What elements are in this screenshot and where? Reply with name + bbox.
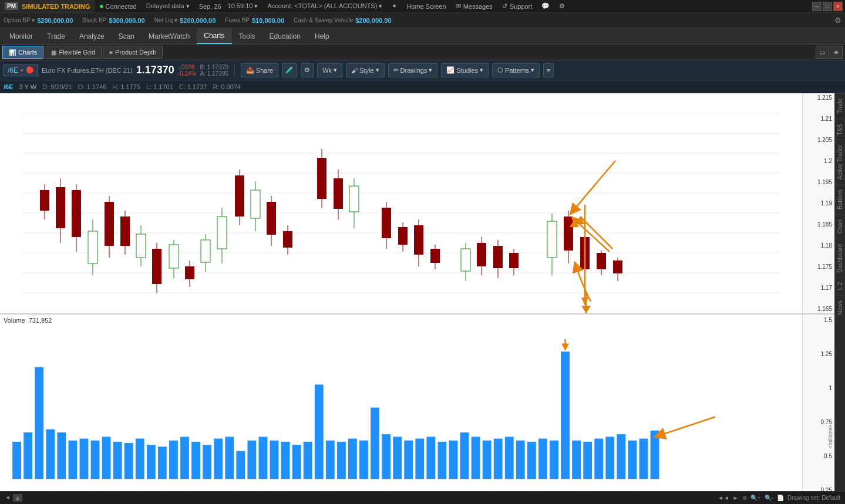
home-screen-btn[interactable]: Home Screen xyxy=(406,3,446,10)
chart-area[interactable]: 1.215 1.21 1.205 1.2 1.195 1.19 1.185 1.… xyxy=(0,93,834,504)
svg-rect-121 xyxy=(393,437,402,479)
svg-rect-143 xyxy=(639,439,648,479)
volume-header: Volume 731,952 xyxy=(4,317,52,324)
messages-btn[interactable]: ✉ Messages xyxy=(456,2,493,10)
stock-bp[interactable]: Stock BP $300,000.00 xyxy=(82,17,144,24)
timeframe-btn[interactable]: Wk ▾ xyxy=(317,63,342,77)
net-liq[interactable]: Net Liq ▾ $200,000.00 xyxy=(154,17,216,24)
account-gear-icon[interactable]: ⚙ xyxy=(834,16,841,25)
scroll-left-icon[interactable]: ◄ xyxy=(5,494,11,502)
svg-rect-21 xyxy=(120,217,130,246)
studies-btn[interactable]: 📈 Studies ▾ xyxy=(441,63,489,77)
nav-item-marketwatch[interactable]: MarketWatch xyxy=(142,28,197,44)
settings-btn[interactable]: ⚙ xyxy=(301,63,314,77)
product-depth-btn[interactable]: ≡ Product Depth xyxy=(103,46,163,59)
settings-icon[interactable]: ⚙ xyxy=(559,2,565,10)
svg-rect-92 xyxy=(68,441,77,479)
sidebar-tab-ts[interactable]: T&S xyxy=(835,119,845,140)
menu-icon-btn[interactable]: ≡ xyxy=(830,46,843,59)
sidebar-tab-buttons[interactable]: Buttons xyxy=(835,184,845,214)
nav-item-help[interactable]: Help xyxy=(308,28,336,44)
nav-item-analyze[interactable]: Analyze xyxy=(72,28,112,44)
sidebar-tab-l2[interactable]: L 2 xyxy=(835,277,845,295)
svg-rect-123 xyxy=(415,439,424,479)
svg-rect-122 xyxy=(404,441,413,479)
star-icon: ✦ xyxy=(392,2,397,10)
option-bp[interactable]: Option BP ▾ $200,000.00 xyxy=(4,17,73,24)
bottom-nav-arrows[interactable]: ◄ ▲ xyxy=(5,494,22,502)
expand-icon[interactable]: ▲ xyxy=(13,494,22,502)
account-selector[interactable]: Account: <TOTAL> (ALL ACCOUNTS) ▾ xyxy=(267,2,382,10)
title-bar-left: PM SIMULATED TRADING xyxy=(0,0,95,12)
layout-square-btn[interactable]: ▭ xyxy=(816,46,829,59)
nav-item-trade[interactable]: Trade xyxy=(40,28,72,44)
price-chart-canvas[interactable] xyxy=(0,93,802,313)
price-level-1165: 1.165 xyxy=(805,306,832,312)
sidebar-tab-trade[interactable]: Trade xyxy=(835,93,845,119)
vol-level-15: 1.5 xyxy=(805,317,832,323)
forex-bp[interactable]: Forex BP $10,000.00 xyxy=(225,17,284,24)
symbol-dropdown-icon: ▾ xyxy=(21,67,23,73)
delayed-data[interactable]: Delayed data ▾ xyxy=(146,2,190,10)
svg-rect-138 xyxy=(583,442,592,479)
style-btn[interactable]: 🖌 Style ▾ xyxy=(346,63,384,77)
flexible-grid-btn[interactable]: ▦ Flexible Grid xyxy=(45,46,102,59)
svg-rect-136 xyxy=(561,351,570,479)
nav-item-education[interactable]: Education xyxy=(262,28,308,44)
maximize-btn[interactable]: □ xyxy=(823,2,832,11)
chat-icon[interactable]: 💬 xyxy=(541,2,550,10)
price-level-119: 1.19 xyxy=(805,200,832,207)
cash-sweep[interactable]: Cash & Sweep Vehicle $200,000.00 xyxy=(294,17,391,24)
svg-rect-113 xyxy=(304,442,312,479)
svg-rect-61 xyxy=(493,246,503,268)
ohlc-symbol: /6E xyxy=(4,83,14,90)
more-options-btn[interactable]: ≡ xyxy=(543,63,554,77)
volume-y-axis: 1.5 1.25 1 0.75 0.5 0.25 <millions> xyxy=(802,314,834,496)
price-display: 1.17370 xyxy=(136,64,174,76)
vol-level-125: 1.25 xyxy=(805,351,832,357)
zoom-fit-icon[interactable]: ⊕ xyxy=(742,495,747,501)
nav-item-charts[interactable]: Charts xyxy=(197,28,231,44)
sidebar-tab-dashboard[interactable]: Dashboard xyxy=(835,239,845,278)
sidebar-tab-active-trader[interactable]: Active Trader xyxy=(835,140,845,184)
patterns-btn[interactable]: ⬡ Patterns ▾ xyxy=(492,63,540,77)
sidebar-tab-chart[interactable]: Chart xyxy=(835,214,845,238)
svg-rect-98 xyxy=(136,439,144,479)
nav-forward-icon[interactable]: ► xyxy=(733,495,739,501)
svg-rect-39 xyxy=(267,202,276,235)
nav-back-icon[interactable]: ◄◄ xyxy=(718,495,729,501)
volume-chart-canvas[interactable]: Volume 731,952 xyxy=(0,314,802,496)
chart-toolbar: /6E ▾ 🔴 Euro FX Futures,ETH (DEC 21) 1.1… xyxy=(0,60,845,80)
svg-rect-144 xyxy=(651,431,659,479)
beaker-icon-btn[interactable]: 🧪 xyxy=(282,63,297,77)
price-level-1175: 1.175 xyxy=(805,263,832,270)
minimize-btn[interactable]: ─ xyxy=(812,2,822,11)
nav-item-scan[interactable]: Scan xyxy=(112,28,142,44)
zoom-in-icon[interactable]: 🔍+ xyxy=(750,495,761,501)
price-level-1185: 1.185 xyxy=(805,221,832,228)
zoom-out-icon[interactable]: 🔍- xyxy=(765,495,773,501)
ohlc-range: R: 0.0074 xyxy=(213,83,241,90)
vol-level-05: 0.5 xyxy=(805,453,832,459)
svg-rect-115 xyxy=(326,441,335,479)
drawings-btn[interactable]: ✏ Drawings ▾ xyxy=(388,63,438,77)
instrument-name: Euro FX Futures,ETH (DEC 21) xyxy=(42,67,133,74)
svg-rect-133 xyxy=(527,442,536,479)
svg-rect-142 xyxy=(628,441,637,479)
nav-item-tools[interactable]: Tools xyxy=(232,28,262,44)
support-btn[interactable]: ↺ Support xyxy=(502,2,533,10)
svg-rect-55 xyxy=(430,249,440,263)
symbol-box[interactable]: /6E ▾ 🔴 xyxy=(4,65,38,76)
svg-rect-45 xyxy=(334,178,343,209)
zoom-percent-icon[interactable]: 📄 xyxy=(777,495,784,501)
nav-item-monitor[interactable]: Monitor xyxy=(2,28,40,44)
svg-rect-130 xyxy=(494,439,503,479)
share-button[interactable]: 📤 Share xyxy=(241,63,278,77)
close-btn[interactable]: ✕ xyxy=(833,2,843,11)
bid-ask: B: 1.17370 A: 1.17395 xyxy=(200,64,228,77)
svg-rect-63 xyxy=(509,253,519,268)
svg-rect-37 xyxy=(251,190,260,218)
sidebar-tab-news[interactable]: News xyxy=(835,295,845,320)
svg-rect-73 xyxy=(613,261,622,273)
charts-sub-btn[interactable]: 📊 Charts xyxy=(2,46,43,59)
